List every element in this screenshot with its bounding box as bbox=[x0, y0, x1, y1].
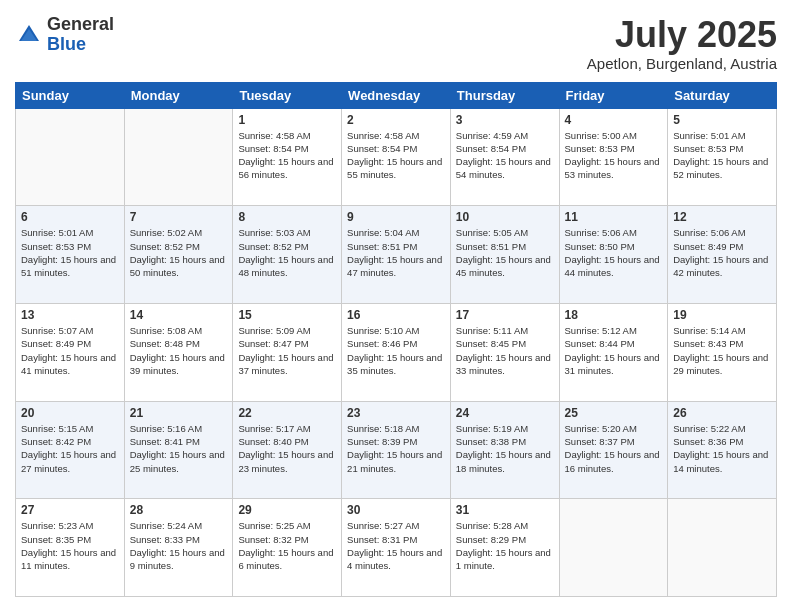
header-monday: Monday bbox=[124, 82, 233, 108]
cell-text: Sunrise: 5:01 AMSunset: 8:53 PMDaylight:… bbox=[673, 129, 771, 182]
calendar-cell: 12Sunrise: 5:06 AMSunset: 8:49 PMDayligh… bbox=[668, 206, 777, 304]
calendar-cell: 4Sunrise: 5:00 AMSunset: 8:53 PMDaylight… bbox=[559, 108, 668, 206]
cell-text: Sunrise: 5:23 AMSunset: 8:35 PMDaylight:… bbox=[21, 519, 119, 572]
cell-text: Sunrise: 5:20 AMSunset: 8:37 PMDaylight:… bbox=[565, 422, 663, 475]
calendar-cell: 3Sunrise: 4:59 AMSunset: 8:54 PMDaylight… bbox=[450, 108, 559, 206]
day-number: 24 bbox=[456, 406, 554, 420]
day-number: 4 bbox=[565, 113, 663, 127]
day-number: 25 bbox=[565, 406, 663, 420]
day-number: 7 bbox=[130, 210, 228, 224]
calendar-cell: 9Sunrise: 5:04 AMSunset: 8:51 PMDaylight… bbox=[342, 206, 451, 304]
calendar-cell: 17Sunrise: 5:11 AMSunset: 8:45 PMDayligh… bbox=[450, 303, 559, 401]
cell-text: Sunrise: 5:05 AMSunset: 8:51 PMDaylight:… bbox=[456, 226, 554, 279]
page: General Blue July 2025 Apetlon, Burgenla… bbox=[0, 0, 792, 612]
week-row-4: 27Sunrise: 5:23 AMSunset: 8:35 PMDayligh… bbox=[16, 499, 777, 597]
day-number: 1 bbox=[238, 113, 336, 127]
day-number: 19 bbox=[673, 308, 771, 322]
calendar-cell: 31Sunrise: 5:28 AMSunset: 8:29 PMDayligh… bbox=[450, 499, 559, 597]
day-number: 15 bbox=[238, 308, 336, 322]
calendar-cell: 2Sunrise: 4:58 AMSunset: 8:54 PMDaylight… bbox=[342, 108, 451, 206]
calendar-cell: 20Sunrise: 5:15 AMSunset: 8:42 PMDayligh… bbox=[16, 401, 125, 499]
calendar-cell: 8Sunrise: 5:03 AMSunset: 8:52 PMDaylight… bbox=[233, 206, 342, 304]
calendar-cell: 1Sunrise: 4:58 AMSunset: 8:54 PMDaylight… bbox=[233, 108, 342, 206]
day-number: 5 bbox=[673, 113, 771, 127]
cell-text: Sunrise: 5:03 AMSunset: 8:52 PMDaylight:… bbox=[238, 226, 336, 279]
cell-text: Sunrise: 5:02 AMSunset: 8:52 PMDaylight:… bbox=[130, 226, 228, 279]
cell-text: Sunrise: 5:15 AMSunset: 8:42 PMDaylight:… bbox=[21, 422, 119, 475]
calendar-cell: 14Sunrise: 5:08 AMSunset: 8:48 PMDayligh… bbox=[124, 303, 233, 401]
day-number: 10 bbox=[456, 210, 554, 224]
calendar-cell bbox=[668, 499, 777, 597]
logo-blue: Blue bbox=[47, 35, 114, 55]
cell-text: Sunrise: 5:25 AMSunset: 8:32 PMDaylight:… bbox=[238, 519, 336, 572]
calendar-cell: 10Sunrise: 5:05 AMSunset: 8:51 PMDayligh… bbox=[450, 206, 559, 304]
logo-general: General bbox=[47, 15, 114, 35]
day-number: 13 bbox=[21, 308, 119, 322]
cell-text: Sunrise: 5:01 AMSunset: 8:53 PMDaylight:… bbox=[21, 226, 119, 279]
day-number: 2 bbox=[347, 113, 445, 127]
calendar-cell: 23Sunrise: 5:18 AMSunset: 8:39 PMDayligh… bbox=[342, 401, 451, 499]
cell-text: Sunrise: 5:17 AMSunset: 8:40 PMDaylight:… bbox=[238, 422, 336, 475]
cell-text: Sunrise: 5:10 AMSunset: 8:46 PMDaylight:… bbox=[347, 324, 445, 377]
cell-text: Sunrise: 5:04 AMSunset: 8:51 PMDaylight:… bbox=[347, 226, 445, 279]
week-row-0: 1Sunrise: 4:58 AMSunset: 8:54 PMDaylight… bbox=[16, 108, 777, 206]
header-sunday: Sunday bbox=[16, 82, 125, 108]
calendar-cell: 21Sunrise: 5:16 AMSunset: 8:41 PMDayligh… bbox=[124, 401, 233, 499]
day-number: 29 bbox=[238, 503, 336, 517]
cell-text: Sunrise: 5:08 AMSunset: 8:48 PMDaylight:… bbox=[130, 324, 228, 377]
calendar-table: SundayMondayTuesdayWednesdayThursdayFrid… bbox=[15, 82, 777, 597]
day-number: 26 bbox=[673, 406, 771, 420]
header-saturday: Saturday bbox=[668, 82, 777, 108]
cell-text: Sunrise: 5:18 AMSunset: 8:39 PMDaylight:… bbox=[347, 422, 445, 475]
calendar-cell: 26Sunrise: 5:22 AMSunset: 8:36 PMDayligh… bbox=[668, 401, 777, 499]
month-title: July 2025 bbox=[587, 15, 777, 55]
calendar-cell bbox=[559, 499, 668, 597]
cell-text: Sunrise: 4:59 AMSunset: 8:54 PMDaylight:… bbox=[456, 129, 554, 182]
cell-text: Sunrise: 5:09 AMSunset: 8:47 PMDaylight:… bbox=[238, 324, 336, 377]
logo: General Blue bbox=[15, 15, 114, 55]
day-number: 18 bbox=[565, 308, 663, 322]
calendar-cell: 15Sunrise: 5:09 AMSunset: 8:47 PMDayligh… bbox=[233, 303, 342, 401]
calendar-cell: 24Sunrise: 5:19 AMSunset: 8:38 PMDayligh… bbox=[450, 401, 559, 499]
day-number: 16 bbox=[347, 308, 445, 322]
title-block: July 2025 Apetlon, Burgenland, Austria bbox=[587, 15, 777, 72]
cell-text: Sunrise: 5:00 AMSunset: 8:53 PMDaylight:… bbox=[565, 129, 663, 182]
calendar-cell: 29Sunrise: 5:25 AMSunset: 8:32 PMDayligh… bbox=[233, 499, 342, 597]
calendar-cell: 18Sunrise: 5:12 AMSunset: 8:44 PMDayligh… bbox=[559, 303, 668, 401]
day-number: 22 bbox=[238, 406, 336, 420]
cell-text: Sunrise: 4:58 AMSunset: 8:54 PMDaylight:… bbox=[347, 129, 445, 182]
calendar-cell: 22Sunrise: 5:17 AMSunset: 8:40 PMDayligh… bbox=[233, 401, 342, 499]
calendar-cell bbox=[124, 108, 233, 206]
cell-text: Sunrise: 5:12 AMSunset: 8:44 PMDaylight:… bbox=[565, 324, 663, 377]
day-number: 11 bbox=[565, 210, 663, 224]
day-number: 31 bbox=[456, 503, 554, 517]
logo-icon bbox=[15, 21, 43, 49]
cell-text: Sunrise: 5:06 AMSunset: 8:50 PMDaylight:… bbox=[565, 226, 663, 279]
header-thursday: Thursday bbox=[450, 82, 559, 108]
week-row-2: 13Sunrise: 5:07 AMSunset: 8:49 PMDayligh… bbox=[16, 303, 777, 401]
calendar-cell: 28Sunrise: 5:24 AMSunset: 8:33 PMDayligh… bbox=[124, 499, 233, 597]
day-number: 3 bbox=[456, 113, 554, 127]
cell-text: Sunrise: 5:24 AMSunset: 8:33 PMDaylight:… bbox=[130, 519, 228, 572]
week-row-1: 6Sunrise: 5:01 AMSunset: 8:53 PMDaylight… bbox=[16, 206, 777, 304]
calendar-cell: 13Sunrise: 5:07 AMSunset: 8:49 PMDayligh… bbox=[16, 303, 125, 401]
calendar-cell: 30Sunrise: 5:27 AMSunset: 8:31 PMDayligh… bbox=[342, 499, 451, 597]
calendar-cell: 7Sunrise: 5:02 AMSunset: 8:52 PMDaylight… bbox=[124, 206, 233, 304]
calendar-cell: 11Sunrise: 5:06 AMSunset: 8:50 PMDayligh… bbox=[559, 206, 668, 304]
calendar-cell: 6Sunrise: 5:01 AMSunset: 8:53 PMDaylight… bbox=[16, 206, 125, 304]
cell-text: Sunrise: 5:27 AMSunset: 8:31 PMDaylight:… bbox=[347, 519, 445, 572]
calendar-cell: 5Sunrise: 5:01 AMSunset: 8:53 PMDaylight… bbox=[668, 108, 777, 206]
calendar-cell: 19Sunrise: 5:14 AMSunset: 8:43 PMDayligh… bbox=[668, 303, 777, 401]
header-row: SundayMondayTuesdayWednesdayThursdayFrid… bbox=[16, 82, 777, 108]
cell-text: Sunrise: 5:07 AMSunset: 8:49 PMDaylight:… bbox=[21, 324, 119, 377]
header-wednesday: Wednesday bbox=[342, 82, 451, 108]
cell-text: Sunrise: 5:19 AMSunset: 8:38 PMDaylight:… bbox=[456, 422, 554, 475]
cell-text: Sunrise: 5:28 AMSunset: 8:29 PMDaylight:… bbox=[456, 519, 554, 572]
day-number: 30 bbox=[347, 503, 445, 517]
day-number: 6 bbox=[21, 210, 119, 224]
header: General Blue July 2025 Apetlon, Burgenla… bbox=[15, 15, 777, 72]
day-number: 20 bbox=[21, 406, 119, 420]
week-row-3: 20Sunrise: 5:15 AMSunset: 8:42 PMDayligh… bbox=[16, 401, 777, 499]
cell-text: Sunrise: 4:58 AMSunset: 8:54 PMDaylight:… bbox=[238, 129, 336, 182]
day-number: 21 bbox=[130, 406, 228, 420]
